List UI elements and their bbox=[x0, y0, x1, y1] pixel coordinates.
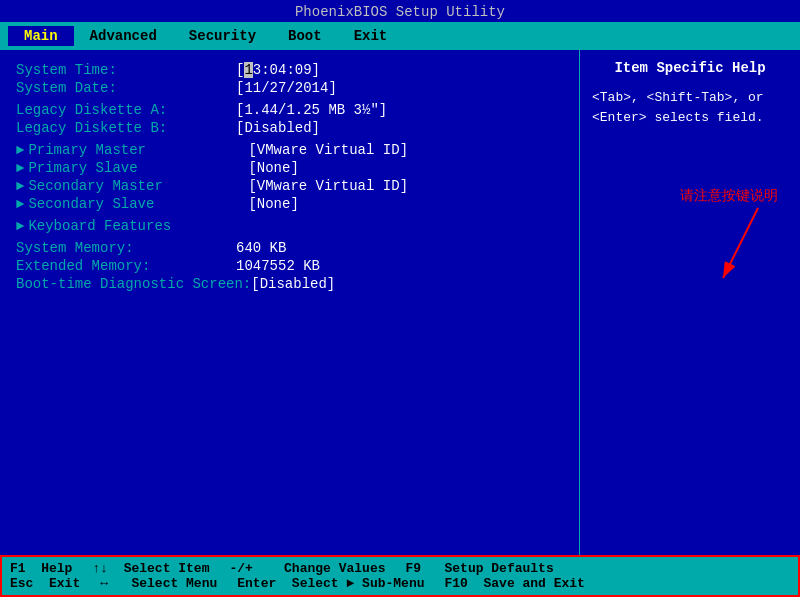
menu-item-advanced[interactable]: Advanced bbox=[74, 26, 173, 46]
system-memory-value: 640 KB bbox=[236, 240, 286, 256]
primary-master-label: Primary Master bbox=[28, 142, 248, 158]
secondary-slave-value: [None] bbox=[248, 196, 298, 212]
legacy-a-row: Legacy Diskette A: [1.44/1.25 MB 3½"] bbox=[16, 102, 563, 118]
bios-title: PhoenixBIOS Setup Utility bbox=[295, 4, 505, 20]
primary-slave-label: Primary Slave bbox=[28, 160, 248, 176]
menu-item-exit[interactable]: Exit bbox=[338, 26, 404, 46]
secondary-master-value: [VMware Virtual ID] bbox=[248, 178, 408, 194]
legacy-a-value: [1.44/1.25 MB 3½"] bbox=[236, 102, 387, 118]
secondary-master-label: Secondary Master bbox=[28, 178, 248, 194]
secondary-master-row[interactable]: ► Secondary Master [VMware Virtual ID] bbox=[16, 178, 563, 194]
left-panel: System Time: [13:04:09] System Date: [11… bbox=[0, 50, 580, 555]
main-content: System Time: [13:04:09] System Date: [11… bbox=[0, 50, 800, 555]
legacy-a-label: Legacy Diskette A: bbox=[16, 102, 236, 118]
bios-screen: PhoenixBIOS Setup Utility Main Advanced … bbox=[0, 0, 800, 597]
key-esc: Esc Exit bbox=[10, 576, 80, 591]
boot-diag-label: Boot-time Diagnostic Screen: bbox=[16, 276, 251, 292]
menu-item-security[interactable]: Security bbox=[173, 26, 272, 46]
key-f1: F1 Help bbox=[10, 561, 72, 576]
key-leftright: ↔ Select Menu bbox=[100, 576, 217, 591]
system-date-row: System Date: [11/27/2014] bbox=[16, 80, 563, 96]
menu-item-main[interactable]: Main bbox=[8, 26, 74, 46]
annotation: 请注意按键说明 bbox=[592, 187, 788, 307]
extended-memory-value: 1047552 KB bbox=[236, 258, 320, 274]
time-cursor: 1 bbox=[244, 62, 252, 78]
key-updown: ↑↓ Select Item bbox=[92, 561, 209, 576]
system-date-label: System Date: bbox=[16, 80, 236, 96]
right-panel: Item Specific Help <Tab>, <Shift-Tab>, o… bbox=[580, 50, 800, 555]
key-minus-plus: -/+ Change Values bbox=[229, 561, 385, 576]
system-memory-label: System Memory: bbox=[16, 240, 236, 256]
bottom-bar: F1 Help ↑↓ Select Item -/+ Change Values… bbox=[0, 555, 800, 597]
system-time-value: [13:04:09] bbox=[236, 62, 320, 78]
secondary-slave-row[interactable]: ► Secondary Slave [None] bbox=[16, 196, 563, 212]
primary-master-row[interactable]: ► Primary Master [VMware Virtual ID] bbox=[16, 142, 563, 158]
key-f9: F9 Setup Defaults bbox=[405, 561, 553, 576]
arrow-icon-secondary-master: ► bbox=[16, 178, 24, 194]
bottom-row-2: Esc Exit ↔ Select Menu Enter Select ► Su… bbox=[10, 576, 790, 591]
annotation-arrow bbox=[703, 203, 783, 293]
secondary-slave-label: Secondary Slave bbox=[28, 196, 248, 212]
primary-master-value: [VMware Virtual ID] bbox=[248, 142, 408, 158]
help-text: <Tab>, <Shift-Tab>, or <Enter> selects f… bbox=[592, 88, 788, 127]
key-enter: Enter Select ► Sub-Menu bbox=[237, 576, 424, 591]
system-memory-row: System Memory: 640 KB bbox=[16, 240, 563, 256]
extended-memory-row: Extended Memory: 1047552 KB bbox=[16, 258, 563, 274]
legacy-b-row: Legacy Diskette B: [Disabled] bbox=[16, 120, 563, 136]
menu-bar[interactable]: Main Advanced Security Boot Exit bbox=[0, 22, 800, 50]
keyboard-features-row[interactable]: ► Keyboard Features bbox=[16, 218, 563, 234]
arrow-icon-primary-master: ► bbox=[16, 142, 24, 158]
title-bar: PhoenixBIOS Setup Utility bbox=[0, 0, 800, 22]
help-title: Item Specific Help bbox=[592, 60, 788, 76]
system-time-row: System Time: [13:04:09] bbox=[16, 62, 563, 78]
extended-memory-label: Extended Memory: bbox=[16, 258, 236, 274]
primary-slave-row[interactable]: ► Primary Slave [None] bbox=[16, 160, 563, 176]
primary-slave-value: [None] bbox=[248, 160, 298, 176]
boot-diag-row: Boot-time Diagnostic Screen: [Disabled] bbox=[16, 276, 563, 292]
boot-diag-value: [Disabled] bbox=[251, 276, 335, 292]
arrow-icon-primary-slave: ► bbox=[16, 160, 24, 176]
system-date-value: [11/27/2014] bbox=[236, 80, 337, 96]
arrow-icon-secondary-slave: ► bbox=[16, 196, 24, 212]
legacy-b-label: Legacy Diskette B: bbox=[16, 120, 236, 136]
bottom-row-1: F1 Help ↑↓ Select Item -/+ Change Values… bbox=[10, 561, 790, 576]
key-f10: F10 Save and Exit bbox=[445, 576, 585, 591]
legacy-b-value: [Disabled] bbox=[236, 120, 320, 136]
arrow-icon-keyboard: ► bbox=[16, 218, 24, 234]
menu-item-boot[interactable]: Boot bbox=[272, 26, 338, 46]
svg-line-1 bbox=[723, 208, 758, 278]
keyboard-label: Keyboard Features bbox=[28, 218, 248, 234]
system-time-label: System Time: bbox=[16, 62, 236, 78]
